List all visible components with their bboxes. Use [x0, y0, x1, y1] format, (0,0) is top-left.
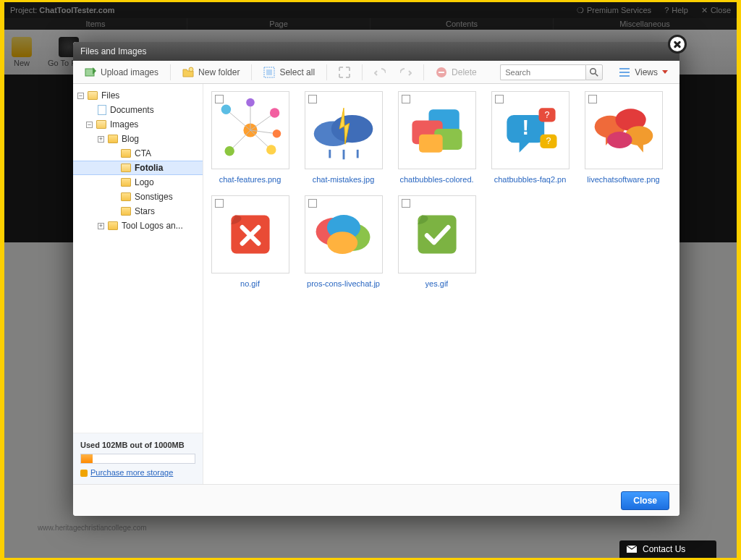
search-field [500, 64, 603, 80]
thumbnail-image [225, 209, 276, 260]
folder-icon [121, 178, 131, 187]
file-checkbox[interactable] [308, 199, 317, 208]
tree-node-documents[interactable]: Documents [73, 103, 203, 117]
svg-point-19 [224, 146, 234, 156]
file-name: chatbubbles-colored. [399, 175, 473, 184]
thumbnail-image [412, 209, 462, 260]
storage-bar [80, 454, 195, 464]
svg-text:?: ? [546, 136, 551, 146]
tree-node-stars[interactable]: Stars [73, 204, 203, 219]
svg-rect-8 [619, 72, 630, 73]
delete-button[interactable]: Delete [430, 64, 483, 81]
file-checkbox[interactable] [588, 95, 597, 103]
tree-node-files[interactable]: −Files [73, 88, 203, 103]
tree-node-tool-logos[interactable]: +Tool Logos an... [73, 219, 203, 233]
svg-text:!: ! [522, 116, 529, 139]
tree-node-logo[interactable]: Logo [73, 175, 203, 190]
thumbnail-image [309, 200, 378, 269]
file-item[interactable]: yes.gif [396, 195, 478, 288]
svg-rect-5 [439, 72, 444, 73]
undo-button[interactable] [368, 64, 391, 81]
svg-rect-32 [419, 135, 443, 153]
thumbnail-image [402, 96, 472, 165]
new-folder-label: New folder [198, 67, 240, 77]
select-all-label: Select all [279, 67, 315, 77]
fullscreen-button[interactable] [333, 64, 356, 81]
file-name: no.gif [240, 279, 260, 288]
file-checkbox[interactable] [308, 95, 317, 103]
svg-point-6 [590, 68, 596, 74]
file-item[interactable]: pros-cons-livechat.jp [302, 195, 384, 288]
search-button[interactable] [585, 64, 603, 80]
delete-label: Delete [452, 67, 477, 77]
upload-icon [85, 67, 96, 78]
file-name: chat-features.png [219, 175, 281, 184]
tree-node-fotolia[interactable]: Fotolia [73, 161, 203, 175]
file-item[interactable]: no.gif [209, 195, 291, 288]
file-item[interactable]: chat-mistakes.jpg [302, 91, 384, 184]
svg-rect-9 [619, 75, 630, 77]
tree-node-cta[interactable]: CTA [73, 146, 203, 161]
files-images-modal: Files and Images Upload images New folde… [73, 42, 679, 516]
file-name: yes.gif [425, 279, 449, 288]
svg-rect-7 [619, 68, 630, 69]
tree-node-images[interactable]: −Images [73, 117, 203, 132]
storage-text: Used 102MB out of 1000MB [80, 441, 195, 449]
contact-us-label: Contact Us [643, 544, 685, 554]
svg-marker-45 [636, 144, 643, 153]
close-button[interactable]: Close [621, 491, 669, 510]
svg-point-18 [269, 108, 279, 117]
svg-text:?: ? [544, 110, 549, 120]
file-checkbox[interactable] [402, 95, 410, 103]
file-name: chatbubbles-faq2.pn [494, 175, 567, 184]
search-icon [590, 68, 598, 77]
svg-point-17 [221, 104, 230, 114]
svg-point-20 [266, 145, 276, 154]
modal-toolbar: Upload images New folder Select all [73, 61, 679, 84]
folder-icon [108, 135, 118, 143]
file-item[interactable]: chatbubbles-colored. [396, 91, 478, 184]
svg-rect-3 [266, 69, 272, 75]
undo-icon [374, 67, 386, 78]
modal-footer: Close [73, 484, 679, 516]
svg-point-21 [246, 98, 255, 107]
select-all-icon [263, 67, 275, 78]
tree-node-sonstiges[interactable]: Sonstiges [73, 190, 203, 204]
file-checkbox[interactable] [215, 95, 224, 103]
thumbnail-image [216, 96, 285, 165]
modal-close-x[interactable] [668, 35, 687, 54]
file-checkbox[interactable] [215, 199, 224, 208]
svg-point-24 [331, 115, 373, 143]
mail-icon [627, 546, 637, 553]
file-checkbox[interactable] [402, 199, 410, 208]
modal-title: Files and Images [80, 46, 146, 56]
delete-icon [436, 67, 447, 78]
redo-button[interactable] [394, 64, 418, 81]
file-item[interactable]: chat-features.png [209, 91, 291, 184]
file-item[interactable]: livechatsoftware.png [583, 91, 664, 184]
chevron-down-icon [662, 70, 668, 74]
storage-panel: Used 102MB out of 1000MB Purchase more s… [73, 433, 203, 484]
search-input[interactable] [500, 64, 585, 80]
upload-images-button[interactable]: Upload images [79, 64, 164, 81]
thumbnail-image [309, 96, 378, 165]
new-folder-button[interactable]: New folder [177, 64, 245, 81]
folder-icon [121, 149, 131, 158]
folder-icon [88, 91, 98, 100]
folder-icon [96, 120, 106, 129]
views-dropdown[interactable]: Views [613, 64, 674, 81]
thumbnail-image: ! ? ? [496, 96, 565, 165]
tree-node-blog[interactable]: +Blog [73, 132, 203, 146]
contact-us-tab[interactable]: Contact Us [619, 540, 716, 558]
file-item[interactable]: ! ? ? chatbubbles-faq2.pn [489, 91, 571, 184]
views-label: Views [635, 67, 658, 77]
folder-tree: −Files Documents −Images +Blog CTA Fotol… [73, 84, 203, 484]
purchase-storage-link[interactable]: Purchase more storage [90, 468, 173, 477]
svg-point-1 [189, 67, 193, 72]
file-checkbox[interactable] [495, 95, 504, 103]
expand-icon [339, 67, 350, 78]
svg-point-46 [606, 132, 632, 148]
select-all-button[interactable]: Select all [258, 64, 321, 81]
svg-marker-34 [519, 141, 530, 152]
upload-images-label: Upload images [101, 67, 158, 77]
